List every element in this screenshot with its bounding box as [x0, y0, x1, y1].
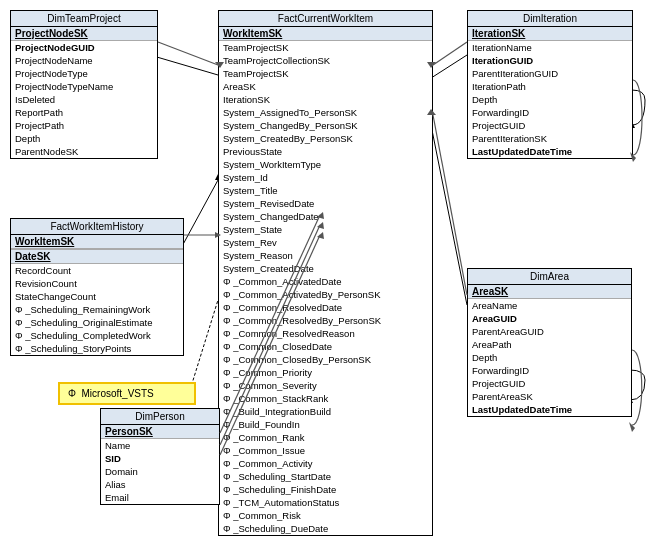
- field-depth-di: Depth: [468, 93, 632, 106]
- svg-line-13: [190, 300, 218, 390]
- field-activateddate: Φ _Common_ActivatedDate: [219, 275, 432, 288]
- field-recordcount: RecordCount: [11, 264, 183, 277]
- field-name: Name: [101, 439, 219, 452]
- field-completedwork: Φ _Scheduling_CompletedWork: [11, 329, 183, 342]
- svg-line-16: [433, 42, 467, 65]
- field-domain: Domain: [101, 465, 219, 478]
- field-closeddate: Φ _Common_ClosedDate: [219, 340, 432, 353]
- field-resolvedreason: Φ _Common_ResolvedReason: [219, 327, 432, 340]
- field-stackrank: Φ _Common_StackRank: [219, 392, 432, 405]
- field-reason: System_Reason: [219, 249, 432, 262]
- field-storypoints: Φ _Scheduling_StoryPoints: [11, 342, 183, 355]
- field-resolveddate: Φ _Common_ResolvedDate: [219, 301, 432, 314]
- field-prevstate: PreviousState: [219, 145, 432, 158]
- svg-line-18: [433, 115, 467, 295]
- diagram: DimTeamProject ProjectNodeSK ProjectNode…: [0, 0, 646, 540]
- field-revisioncount: RevisionCount: [11, 277, 183, 290]
- svg-line-2: [428, 55, 467, 80]
- field-depth-da: Depth: [468, 351, 631, 364]
- field-risk: Φ _Common_Risk: [219, 509, 432, 522]
- field-originalestimate: Φ _Scheduling_OriginalEstimate: [11, 316, 183, 329]
- dim-area-header: DimArea: [468, 269, 631, 285]
- field-remainingwork: Φ _Scheduling_RemainingWork: [11, 303, 183, 316]
- field-projectnodetypename: ProjectNodeTypeName: [11, 80, 157, 93]
- field-createdby: System_CreatedBy_PersonSK: [219, 132, 432, 145]
- field-closedby: Φ _Common_ClosedBy_PersonSK: [219, 353, 432, 366]
- field-activity: Φ _Common_Activity: [219, 457, 432, 470]
- field-iterationguid: IterationGUID: [468, 54, 632, 67]
- field-projectpath: ProjectPath: [11, 119, 157, 132]
- fact-work-item-history-pk2: DateSK: [11, 249, 183, 264]
- field-projectnodeguid: ProjectNodeGUID: [11, 41, 157, 54]
- svg-line-14: [158, 42, 218, 65]
- field-foundin: Φ _Build_FoundIn: [219, 418, 432, 431]
- field-email: Email: [101, 491, 219, 504]
- field-sid: SID: [101, 452, 219, 465]
- field-sysid: System_Id: [219, 171, 432, 184]
- field-iterationpath: IterationPath: [468, 80, 632, 93]
- field-integrationbuild: Φ _Build_IntegrationBuild: [219, 405, 432, 418]
- field-activatedby: Φ _Common_ActivatedBy_PersonSK: [219, 288, 432, 301]
- field-parentiterationsk: ParentIterationSK: [468, 132, 632, 145]
- svg-line-4: [428, 110, 467, 305]
- field-priority: Φ _Common_Priority: [219, 366, 432, 379]
- field-issue: Φ _Common_Issue: [219, 444, 432, 457]
- field-iterationsk-f: IterationSK: [219, 93, 432, 106]
- field-assignedto: System_AssignedTo_PersonSK: [219, 106, 432, 119]
- microsoft-vsts-label: Φ Microsoft_VSTS: [68, 388, 154, 399]
- field-reviseddate: System_RevisedDate: [219, 197, 432, 210]
- fact-work-item-history-header: FactWorkItemHistory: [11, 219, 183, 235]
- dim-iteration-table: DimIteration IterationSK IterationName I…: [467, 10, 633, 159]
- dim-iteration-pk: IterationSK: [468, 27, 632, 41]
- field-projectnodename: ProjectNodeName: [11, 54, 157, 67]
- field-automationstatus: Φ _TCM_AutomationStatus: [219, 496, 432, 509]
- field-parentnodesk: ParentNodeSK: [11, 145, 157, 158]
- field-iterationname: IterationName: [468, 41, 632, 54]
- field-parentiterationguid: ParentIterationGUID: [468, 67, 632, 80]
- dim-person-header: DimPerson: [101, 409, 219, 425]
- field-state: System_State: [219, 223, 432, 236]
- field-teamprojectsk-f: TeamProjectSK: [219, 41, 432, 54]
- field-depth-dtp: Depth: [11, 132, 157, 145]
- fact-work-item-history-table: FactWorkItemHistory WorkItemSK DateSK Re…: [10, 218, 184, 356]
- dim-iteration-header: DimIteration: [468, 11, 632, 27]
- field-createddate: System_CreatedDate: [219, 262, 432, 275]
- fact-current-work-item-pk: WorkItemSK: [219, 27, 432, 41]
- field-forwardingid-di: ForwardingID: [468, 106, 632, 119]
- field-reportpath: ReportPath: [11, 106, 157, 119]
- field-parentareask: ParentAreaSK: [468, 390, 631, 403]
- dim-area-pk: AreaSK: [468, 285, 631, 299]
- field-duedate: Φ _Scheduling_DueDate: [219, 522, 432, 535]
- field-projectnodetype: ProjectNodeType: [11, 67, 157, 80]
- field-finishdate: Φ _Scheduling_FinishDate: [219, 483, 432, 496]
- svg-line-0: [150, 55, 218, 75]
- field-projectguid-di: ProjectGUID: [468, 119, 632, 132]
- field-areaname: AreaName: [468, 299, 631, 312]
- field-severity: Φ _Common_Severity: [219, 379, 432, 392]
- dim-team-project-pk: ProjectNodeSK: [11, 27, 157, 41]
- svg-line-7: [180, 180, 218, 250]
- field-statechangecount: StateChangeCount: [11, 290, 183, 303]
- dim-person-pk: PersonSK: [101, 425, 219, 439]
- microsoft-vsts-highlight: Φ Microsoft_VSTS: [58, 382, 196, 405]
- svg-marker-21: [629, 422, 635, 432]
- fact-work-item-history-pk1: WorkItemSK: [11, 235, 183, 249]
- field-areapath: AreaPath: [468, 338, 631, 351]
- field-rank: Φ _Common_Rank: [219, 431, 432, 444]
- field-alias: Alias: [101, 478, 219, 491]
- field-teamprojectsk2: TeamProjectSK: [219, 67, 432, 80]
- field-resolvedby: Φ _Common_ResolvedBy_PersonSK: [219, 314, 432, 327]
- dim-team-project-table: DimTeamProject ProjectNodeSK ProjectNode…: [10, 10, 158, 159]
- field-isdeleted: IsDeleted: [11, 93, 157, 106]
- field-startdate: Φ _Scheduling_StartDate: [219, 470, 432, 483]
- field-workitemtype: System_WorkItemType: [219, 158, 432, 171]
- field-systitle: System_Title: [219, 184, 432, 197]
- field-forwardingid-da: ForwardingID: [468, 364, 631, 377]
- dim-team-project-header: DimTeamProject: [11, 11, 157, 27]
- dim-area-table: DimArea AreaSK AreaName AreaGUID ParentA…: [467, 268, 632, 417]
- fact-current-work-item-table: FactCurrentWorkItem WorkItemSK TeamProje…: [218, 10, 433, 536]
- field-projectguid-da: ProjectGUID: [468, 377, 631, 390]
- dim-person-table: DimPerson PersonSK Name SID Domain Alias…: [100, 408, 220, 505]
- field-lastupdated-di: LastUpdatedDateTime: [468, 145, 632, 158]
- field-parentareaguid: ParentAreaGUID: [468, 325, 631, 338]
